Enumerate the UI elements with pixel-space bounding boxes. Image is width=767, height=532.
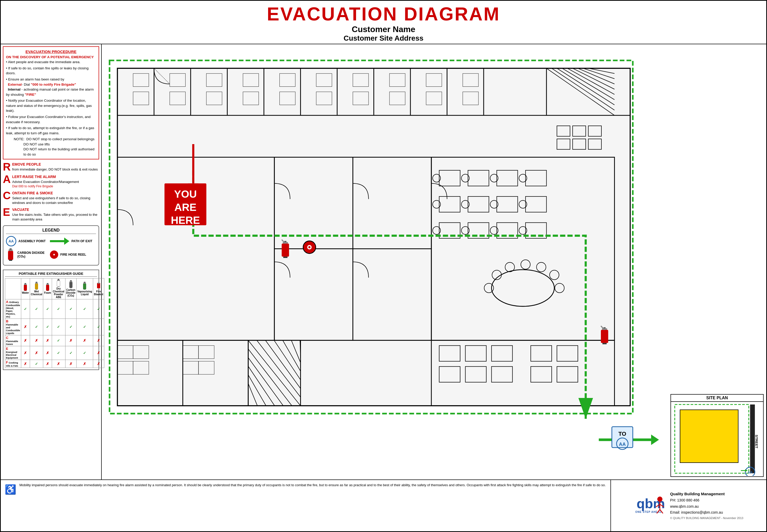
c-co2: ✗: [65, 335, 76, 346]
guide-header-row: Water Wet Chemical: [5, 278, 104, 299]
guide-row-f: F Cooking Oils & Fats ✗ ✓ ✗ ✗ ✗ ✗ ✗: [5, 360, 104, 368]
legend-box: LEGEND AA ASSEMBLY POINT PATH OF EXIT: [3, 225, 99, 265]
svg-point-152: [308, 246, 311, 248]
external-label: External: [8, 83, 22, 86]
svg-text:STREET: STREET: [755, 435, 758, 448]
evac-proc-title: EVACUATION PROCEDURE: [6, 49, 96, 55]
svg-rect-19: [57, 286, 60, 287]
svg-rect-148: [283, 257, 287, 258]
svg-rect-26: [83, 284, 86, 289]
svg-text:AA: AA: [619, 442, 626, 447]
left-panel: EVACUATION PROCEDURE ON THE DISCOVERY OF…: [1, 44, 102, 479]
e-water: ✗: [21, 346, 30, 360]
svg-rect-17: [57, 280, 60, 281]
guide-row-c: C Flammable Gases ✗ ✗ ✗ ✓ ✗ ✗ ✗: [5, 335, 104, 346]
evac-item-2: If safe to do so, contain fire spills or…: [6, 66, 96, 76]
a-vap: ✓: [76, 299, 93, 319]
blanket-icon: [96, 282, 101, 290]
row-c-letter: C: [6, 336, 8, 340]
race-heading-a: LERT-RAISE THE ALARM: [12, 174, 99, 180]
evac-proc-subtitle: ON THE DISCOVERY OF A POTENTIAL EMERGENC…: [6, 55, 96, 60]
svg-rect-7: [24, 291, 26, 291]
svg-rect-185: [750, 404, 755, 473]
row-e-label-cell: E Energised ElectricalEquipment: [5, 346, 21, 360]
f-co2: ✗: [65, 360, 76, 368]
race-body-c: Select and use extinguishers if safe to …: [12, 196, 99, 205]
svg-marker-137: [651, 434, 659, 445]
email: Email: inspections@qbm.com.au: [670, 509, 743, 516]
guide-title: PORTABLE FIRE EXTINGUISHER GUIDE: [5, 272, 97, 277]
race-letter-r: R: [3, 161, 12, 172]
site-plan-title: SITE PLAN: [671, 395, 763, 402]
legend-co2: CARBON DIOXIDE(CO₂): [6, 248, 47, 261]
hose-label: FIRE HOSE REEL: [60, 253, 86, 256]
guide-col-wet: Wet Chemical: [30, 278, 43, 299]
website: www.qbm.com.au: [670, 504, 743, 510]
svg-text:TO: TO: [618, 431, 626, 437]
legend-row-1: AA ASSEMBLY POINT PATH OF EXIT: [6, 236, 96, 246]
race-heading-r: EMOVE PEOPLE: [12, 162, 99, 167]
svg-rect-11: [35, 289, 38, 290]
wheelchair-icon: ♿: [5, 483, 16, 497]
svg-text:AA: AA: [748, 470, 753, 474]
race-letter-e: E: [3, 207, 12, 218]
svg-rect-5: [24, 284, 27, 285]
phone: PH: 1300 880 466: [670, 497, 743, 504]
legend-assembly: AA ASSEMBLY POINT: [6, 236, 47, 246]
floor-plan-svg: YOU ARE HERE: [102, 44, 766, 479]
footer-contact: qbm ONE STEP AHEAD Quality Building Mana…: [611, 480, 766, 531]
svg-rect-22: [69, 282, 72, 288]
guide-col-co2: Carbon Dioxide (CO₂): [65, 278, 76, 299]
f-foam: ✗: [43, 360, 52, 368]
row-f-label-cell: F Cooking Oils & Fats: [5, 360, 21, 368]
race-body-a: Advise Evacuation Coordinator/Management: [12, 180, 99, 184]
race-sub-a: Dial 000 to notify Fire Brigade: [12, 184, 99, 189]
b-dry: ✓: [52, 319, 65, 335]
c-foam: ✗: [43, 335, 52, 346]
qbm-logo: qbm ONE STEP AHEAD: [634, 493, 665, 519]
floor-plan-area: YOU ARE HERE: [102, 44, 766, 479]
svg-rect-3: [9, 260, 12, 261]
co2-guide-icon: [69, 280, 73, 288]
arrow-head: [64, 238, 69, 245]
race-section: R EMOVE PEOPLE from immediate danger, DO…: [3, 161, 99, 223]
b-foam: ✓: [43, 319, 52, 335]
guide-col-vap: Vapourising Liquid: [76, 278, 93, 299]
race-heading-e: VACUATE: [12, 207, 99, 212]
body-row: EVACUATION PROCEDURE ON THE DISCOVERY OF…: [1, 44, 766, 479]
site-plan-container: SITE PLAN STREET: [670, 394, 764, 477]
svg-rect-14: [46, 285, 49, 291]
guide-col-foam: Foam: [43, 278, 52, 299]
guide-col-wet-label: Wet Chemical: [31, 290, 42, 296]
race-item-a: A LERT-RAISE THE ALARM Advise Evacuation…: [3, 174, 99, 189]
svg-rect-183: [680, 410, 738, 463]
race-content-e: VACUATE Use fire stairs /exits. Take oth…: [12, 207, 99, 222]
guide-row-b: B Flammable andCombustible Liquids ✗ ✓ ✓…: [5, 319, 104, 335]
hose-reel-icon: [50, 250, 58, 259]
svg-rect-1: [9, 249, 13, 251]
b-co2: ✓: [65, 319, 76, 335]
svg-rect-15: [47, 291, 49, 291]
customer-name: Customer Name: [267, 25, 500, 34]
co2-label: CARBON DIOXIDE(CO₂): [17, 251, 45, 258]
row-f-text: Cooking Oils & Fats: [6, 361, 18, 367]
legend-path: PATH OF EXIT: [50, 238, 96, 245]
evac-procedure-box: EVACUATION PROCEDURE ON THE DISCOVERY OF…: [3, 46, 99, 159]
main-container: EVACUATION DIAGRAM Customer Name Custome…: [0, 0, 767, 532]
a-foam: ✓: [43, 299, 52, 319]
c-vap: ✗: [76, 335, 93, 346]
hose-inner: [53, 253, 56, 256]
path-label: PATH OF EXIT: [71, 239, 92, 243]
legend-row-2: CARBON DIOXIDE(CO₂) FIRE HOSE REEL: [6, 248, 96, 261]
e-co2: ✓: [65, 346, 76, 360]
svg-rect-21: [70, 281, 72, 282]
b-vap: ✓: [76, 319, 93, 335]
qbm-logo-svg: qbm ONE STEP AHEAD: [634, 493, 665, 519]
legend-title: LEGEND: [6, 228, 96, 234]
path-arrow-icon: [50, 238, 69, 245]
guide-col-vap-label: Vapourising Liquid: [77, 290, 92, 296]
row-f-letter: F: [6, 360, 8, 364]
guide-col-foam-label: Foam: [44, 291, 51, 294]
evac-item-6: If safe to do so, attempt to extinguish …: [6, 125, 96, 136]
svg-rect-29: [98, 283, 100, 284]
